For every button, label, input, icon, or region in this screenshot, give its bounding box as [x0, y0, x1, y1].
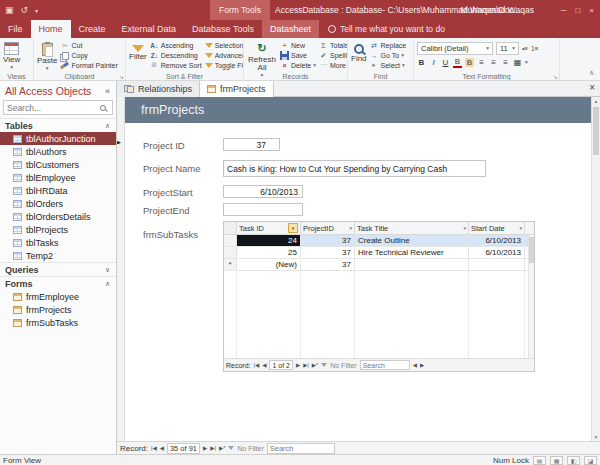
sidebar-item-tblHRData[interactable]: tblHRData — [0, 184, 116, 197]
replace-button[interactable]: ⇄Replace — [370, 41, 407, 51]
row-selector[interactable] — [224, 235, 237, 246]
sidebar-item-tblOrdersDetails[interactable]: tblOrdersDetails — [0, 210, 116, 223]
filter-dropdown-icon[interactable]: ▾ — [288, 223, 298, 233]
sidebar-item-Temp2[interactable]: Temp2 — [0, 249, 116, 262]
sidebar-item-tblAuthors[interactable]: tblAuthors — [0, 145, 116, 158]
sidebar-item-tblProjects[interactable]: tblProjects — [0, 223, 116, 236]
doc-tab-relationships[interactable]: Relationships — [117, 81, 200, 97]
scrollbar-thumb[interactable] — [529, 237, 534, 263]
remove-sort-button[interactable]: ⊘Remove Sort — [150, 60, 202, 70]
close-button[interactable]: × — [589, 6, 594, 15]
text-formatting-dialog-launcher-icon[interactable]: ↘ — [553, 73, 558, 80]
sidebar-item-tblOrders[interactable]: tblOrders — [0, 197, 116, 210]
form-view-button[interactable]: ▤ — [533, 456, 546, 465]
previous-record-button[interactable]: ◀ — [160, 445, 164, 451]
cell-task-title[interactable]: Create Outline — [355, 235, 469, 246]
collapse-section-icon[interactable]: ∧ — [105, 122, 110, 130]
account-name[interactable]: Muhammad Waqas — [461, 0, 534, 20]
tab-home[interactable]: Home — [31, 20, 71, 38]
datasheet-view-button[interactable]: ▦ — [550, 456, 563, 465]
last-record-button[interactable]: ▶| — [303, 362, 309, 368]
sidebar-item-frmProjects[interactable]: frmProjects — [0, 303, 116, 316]
copy-button[interactable]: Copy — [60, 51, 117, 61]
section-forms[interactable]: Forms ∧ — [0, 276, 116, 290]
more-button[interactable]: ⋯More▾ — [319, 60, 348, 70]
subform-scrollbar[interactable] — [528, 235, 534, 358]
last-record-button[interactable]: ▶| — [210, 445, 216, 451]
nav-pane-header[interactable]: All Access Objects « — [0, 81, 116, 100]
minimize-button[interactable]: ─ — [561, 6, 567, 15]
align-left-button[interactable]: ≡ — [477, 58, 486, 67]
save-icon[interactable]: ▣ — [5, 5, 14, 15]
cell-start-date[interactable]: 6/10/2013 — [469, 235, 525, 246]
cell-projectid[interactable]: 37 — [301, 247, 355, 258]
descending-button[interactable]: Z↓Descending — [150, 51, 202, 61]
new-blank-record-button[interactable]: ▶* — [312, 362, 318, 368]
align-center-button[interactable]: ≡ — [489, 58, 498, 67]
project-name-field[interactable] — [223, 160, 486, 177]
underline-button[interactable]: U — [441, 58, 450, 67]
font-size-select[interactable]: 11▾ — [496, 42, 519, 55]
scroll-up-icon[interactable]: ▲ — [592, 97, 600, 105]
tell-me-box[interactable]: Tell me what you want to do — [319, 20, 454, 38]
first-record-button[interactable]: |◀ — [151, 445, 157, 451]
cell-task-title[interactable]: Hire Technical Reviewer — [355, 247, 469, 258]
collapse-section-icon[interactable]: ∧ — [105, 280, 110, 288]
projectend-field[interactable] — [223, 203, 303, 216]
format-painter-button[interactable]: Format Painter — [60, 60, 117, 70]
design-view-button[interactable]: ◪ — [584, 456, 597, 465]
filter-status[interactable]: No Filter — [330, 362, 356, 369]
column-header-projectid[interactable]: ProjectID▾ — [301, 222, 355, 234]
cell-task-id[interactable]: 24 — [237, 235, 301, 246]
tab-file[interactable]: File — [0, 20, 31, 38]
goto-button[interactable]: →Go To▾ — [370, 51, 407, 61]
datasheet-select-all[interactable] — [224, 222, 237, 234]
bullets-icon[interactable]: •≡ — [522, 45, 528, 52]
previous-record-button[interactable]: ◀ — [262, 362, 266, 368]
new-row-selector[interactable]: * — [224, 259, 237, 270]
row-selector[interactable] — [224, 247, 237, 258]
font-color-button[interactable]: B — [453, 58, 462, 68]
scrollbar-thumb[interactable] — [593, 107, 599, 155]
numbering-icon[interactable]: 1≡ — [531, 45, 538, 52]
nav-search-input[interactable] — [7, 103, 93, 113]
section-tables[interactable]: Tables ∧ — [0, 118, 116, 132]
doc-tab-frmprojects[interactable]: frmProjects — [200, 81, 274, 97]
delete-button[interactable]: ×Delete▾ — [280, 60, 316, 70]
scroll-down-icon[interactable]: ▼ — [592, 433, 600, 441]
hscroll-right-icon[interactable]: ▶ — [420, 362, 424, 368]
undo-icon[interactable]: ↺ — [21, 5, 29, 15]
sidebar-item-frmEmployee[interactable]: frmEmployee — [0, 290, 116, 303]
font-name-select[interactable]: Calibri (Detail)▾ — [417, 42, 493, 55]
next-record-button[interactable]: ▶ — [203, 445, 207, 451]
ascending-button[interactable]: A↓Ascending — [150, 41, 202, 51]
hscroll-left-icon[interactable]: ◀ — [413, 362, 417, 368]
refresh-all-button[interactable]: ↻ Refresh All ▾ — [247, 40, 277, 70]
project-id-field[interactable] — [223, 138, 280, 151]
selection-button[interactable]: Selection▾ — [205, 41, 244, 51]
totals-button[interactable]: ΣTotals — [319, 41, 348, 51]
cut-button[interactable]: ✂Cut — [60, 41, 117, 51]
close-document-icon[interactable]: × — [589, 82, 595, 93]
column-header-task-title[interactable]: Task Title▾ — [355, 222, 469, 234]
clipboard-dialog-launcher-icon[interactable]: ↘ — [119, 73, 124, 80]
cell-projectid[interactable]: 37 — [301, 259, 355, 270]
cell-start-date[interactable]: 6/10/2013 — [469, 247, 525, 258]
tab-external-data[interactable]: External Data — [114, 20, 185, 38]
form-scrollbar[interactable]: ▲ ▼ — [591, 97, 600, 441]
column-header-start-date[interactable]: Start Date▾ — [469, 222, 525, 234]
subform-search-input[interactable] — [360, 360, 410, 370]
spelling-button[interactable]: ✓Spelling — [319, 51, 348, 61]
collapse-ribbon-icon[interactable]: ∧ — [589, 69, 594, 77]
layout-view-button[interactable]: ◧ — [567, 456, 580, 465]
sidebar-item-tblAuthorJunction[interactable]: tblAuthorJunction — [0, 132, 116, 145]
qat-customize-icon[interactable]: ▾ — [35, 7, 38, 14]
paste-button[interactable]: Paste ▾ — [37, 40, 57, 70]
sidebar-item-frmSubTasks[interactable]: frmSubTasks — [0, 316, 116, 329]
gridlines-button[interactable]: ▦ — [513, 58, 522, 67]
tab-create[interactable]: Create — [71, 20, 114, 38]
record-selector-bar[interactable]: ▶ — [117, 97, 125, 441]
save-record-button[interactable]: Save — [280, 51, 316, 61]
sidebar-item-tblCustomers[interactable]: tblCustomers — [0, 158, 116, 171]
chevron-down-icon[interactable]: ▾ — [349, 225, 352, 231]
